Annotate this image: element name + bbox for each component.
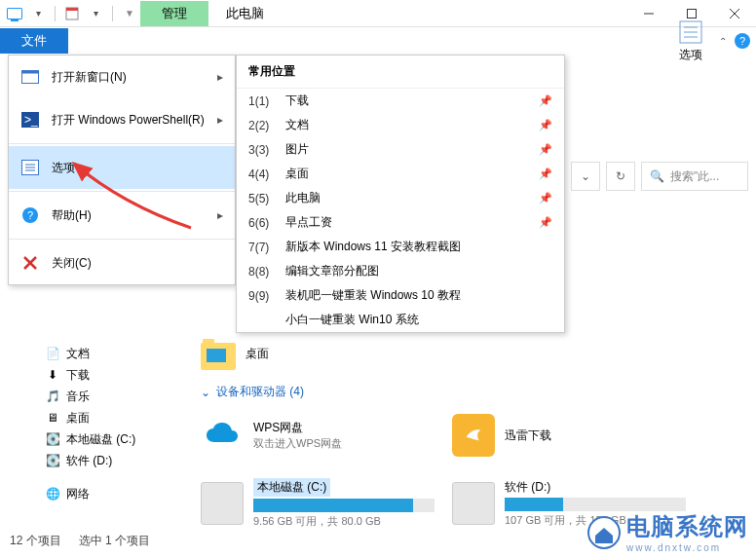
menu-close[interactable]: 关闭(C) [9, 241, 235, 284]
menu-new-window-label: 打开新窗口(N) [52, 69, 127, 86]
ribbon-options-label: 选项 [679, 47, 702, 63]
tab-manage[interactable]: 管理 [140, 1, 208, 26]
section-devices-label: 设备和驱动器 (4) [216, 384, 304, 400]
network-icon: 🌐 [45, 486, 60, 501]
submenu-item[interactable]: 6(6)早点工资📌 [237, 210, 564, 235]
drive-icon [452, 482, 495, 525]
submenu-label: 小白一键重装 Win10 系统 [285, 312, 419, 328]
menu-powershell[interactable]: >_ 打开 Windows PowerShell(R) ▸ [9, 98, 235, 141]
window-title: 此电脑 [226, 5, 264, 22]
close-button[interactable] [713, 0, 756, 27]
file-tab[interactable]: 文件 [0, 28, 68, 54]
help-icon[interactable]: ? [735, 33, 750, 49]
svg-rect-11 [22, 71, 39, 74]
close-x-icon [20, 253, 40, 273]
item-desktop-label[interactable]: 桌面 [246, 346, 269, 362]
svg-rect-3 [688, 9, 697, 18]
pin-icon[interactable]: 📌 [539, 143, 552, 156]
watermark: 电脑系统网 www.dnxtw.com [587, 511, 748, 553]
submenu-label: 早点工资 [285, 214, 332, 231]
title-bar: ▾ ▾ ▼ 管理 此电脑 [0, 0, 756, 27]
svg-rect-1 [66, 8, 78, 11]
checklist-icon [678, 19, 703, 45]
help-circle-icon: ? [20, 205, 40, 225]
tree-item[interactable]: 📄文档 [33, 343, 179, 364]
pin-icon[interactable]: 📌 [539, 192, 552, 204]
item-subtitle: 9.56 GB 可用，共 80.0 GB [253, 514, 435, 529]
submenu-item[interactable]: 8(8)编辑文章部分配图 [237, 259, 564, 283]
submenu-item[interactable]: 2(2)文档📌 [237, 113, 564, 137]
menu-options-label: 选项 [52, 160, 75, 176]
tree-item[interactable]: 🌐网络 [33, 483, 179, 504]
quick-access-toolbar: ▾ ▾ ▼ [0, 3, 140, 24]
submenu-item[interactable]: 小白一键重装 Win10 系统 [237, 308, 564, 332]
tree-item-label: 文档 [66, 346, 90, 362]
submenu-key: 2(2) [248, 119, 276, 132]
pin-icon[interactable]: 📌 [539, 94, 552, 107]
menu-powershell-label: 打开 Windows PowerShell(R) [52, 112, 205, 129]
usage-bar [505, 498, 686, 511]
tree-item-label: 软件 (D:) [66, 453, 112, 469]
qat-chevron-2[interactable]: ▾ [85, 3, 106, 24]
submenu-key: 4(4) [248, 167, 276, 181]
tree-item[interactable]: ⬇下载 [33, 364, 179, 386]
item-wps-drive[interactable]: WPS网盘双击进入WPS网盘 [201, 410, 435, 461]
item-title: 软件 (D:) [505, 479, 686, 496]
qat-properties-icon[interactable] [61, 3, 83, 24]
submenu-key: 8(8) [248, 265, 276, 278]
address-bar-right: ⌄ ↻ 🔍 搜索"此... [571, 162, 748, 191]
qat-computer-icon[interactable] [4, 3, 25, 24]
submenu-key: 5(5) [248, 192, 276, 205]
music-icon: 🎵 [45, 389, 60, 404]
qat-overflow[interactable]: ▼ [119, 3, 140, 24]
submenu-label: 文档 [285, 117, 309, 133]
ribbon-options[interactable]: 选项 [670, 19, 711, 63]
dropdown-button[interactable]: ⌄ [571, 162, 600, 191]
search-input[interactable]: 🔍 搜索"此... [641, 162, 748, 191]
menu-new-window[interactable]: 打开新窗口(N) ▸ [9, 56, 235, 98]
pin-icon[interactable]: 📌 [539, 216, 552, 229]
submenu-key: 9(9) [248, 289, 276, 303]
submenu-item[interactable]: 7(7)新版本 Windows 11 安装教程截图 [237, 235, 564, 259]
powershell-icon: >_ [20, 110, 40, 130]
ribbon-collapse-chevron[interactable]: ⌃ [719, 36, 727, 47]
menu-help[interactable]: ? 帮助(H) ▸ [9, 194, 235, 237]
status-count: 12 个项目 [10, 533, 61, 549]
minimize-button[interactable] [627, 0, 670, 27]
menu-close-label: 关闭(C) [52, 255, 92, 272]
chevron-down-icon: ⌄ [201, 386, 210, 399]
pin-icon[interactable]: 📌 [539, 119, 552, 131]
submenu-item[interactable]: 3(3)图片📌 [237, 137, 564, 162]
tree-item[interactable]: 💽软件 (D:) [33, 450, 179, 471]
tree-item[interactable]: 🎵音乐 [33, 386, 179, 407]
submenu-label: 下载 [285, 93, 309, 109]
tree-item[interactable]: 🖥桌面 [33, 407, 179, 428]
submenu-label: 新版本 Windows 11 安装教程截图 [285, 239, 461, 255]
new-window-icon [20, 67, 40, 87]
pin-icon[interactable]: 📌 [539, 167, 552, 180]
tree-item-label: 桌面 [66, 410, 90, 427]
menu-separator [9, 239, 235, 240]
refresh-button[interactable]: ↻ [606, 162, 635, 191]
item-xunlei[interactable]: 迅雷下载 [452, 410, 686, 461]
status-bar: 12 个项目 选中 1 个项目 [10, 533, 150, 549]
menu-options[interactable]: 选项 [9, 146, 235, 189]
submenu-item[interactable]: 5(5)此电脑📌 [237, 186, 564, 210]
drive-icon [201, 482, 244, 525]
file-menu: 打开新窗口(N) ▸ >_ 打开 Windows PowerShell(R) ▸… [8, 55, 236, 285]
drive-icon: 💽 [45, 431, 60, 447]
qat-chevron-1[interactable]: ▾ [27, 3, 49, 24]
item-title: WPS网盘 [253, 420, 342, 436]
submenu-item[interactable]: 9(9)装机吧一键重装 Windows 10 教程 [237, 283, 564, 308]
section-devices[interactable]: ⌄ 设备和驱动器 (4) [201, 384, 748, 400]
submenu-item[interactable]: 1(1)下载📌 [237, 89, 564, 113]
drive-icon: 💽 [45, 453, 60, 468]
wps-cloud-icon [201, 414, 244, 457]
submenu-arrow: ▸ [217, 113, 223, 127]
item-drive-c[interactable]: 本地磁盘 (C:) 9.56 GB 可用，共 80.0 GB [201, 478, 435, 529]
watermark-text: 电脑系统网 [626, 511, 748, 542]
submenu-item[interactable]: 4(4)桌面📌 [237, 162, 564, 186]
svg-text:>_: >_ [24, 113, 38, 127]
tree-item-label: 网络 [66, 486, 90, 502]
tree-item[interactable]: 💽本地磁盘 (C:) [33, 428, 179, 450]
